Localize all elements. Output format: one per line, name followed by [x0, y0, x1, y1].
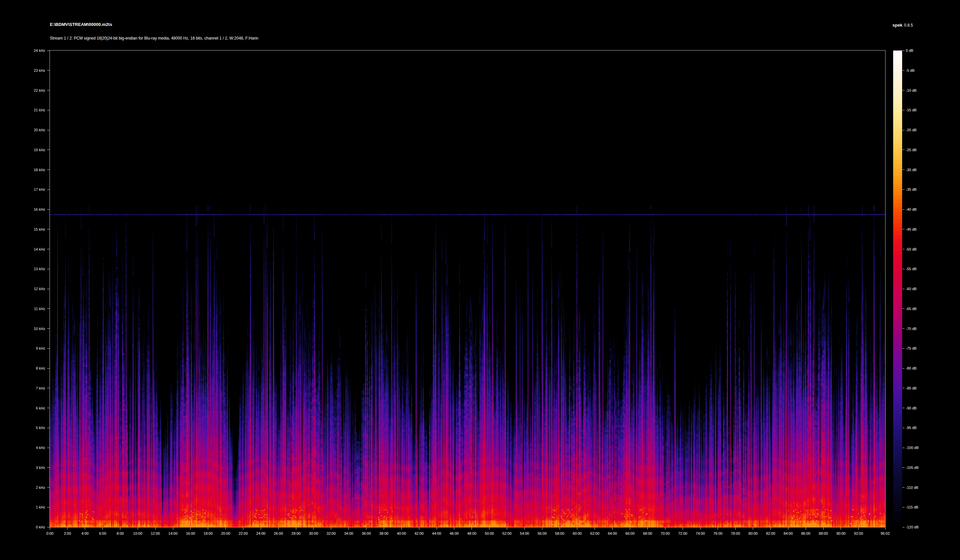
freq-tick-label: 0 kHz: [19, 525, 45, 530]
db-tick-label: -65 dB: [906, 306, 936, 311]
freq-tick: [47, 348, 50, 349]
freq-tick: [47, 229, 50, 229]
db-tick: [902, 51, 904, 51]
time-tick: [296, 527, 296, 530]
file-path-title: E:\BDMV\STREAM\00000.m2ts: [50, 22, 112, 27]
freq-tick-label: 14 kHz: [19, 247, 45, 252]
freq-tick-label: 22 kHz: [19, 88, 45, 93]
time-tick: [190, 527, 190, 530]
db-tick-label: -35 dB: [906, 187, 936, 192]
freq-tick-label: 7 kHz: [19, 386, 45, 391]
time-tick: [753, 527, 753, 530]
time-tick: [366, 527, 366, 530]
freq-tick: [47, 388, 50, 388]
freq-tick-label: 21 kHz: [19, 108, 45, 112]
db-tick: [902, 70, 904, 70]
db-tick: [902, 150, 904, 150]
db-tick-label: -20 dB: [906, 128, 936, 132]
freq-tick-label: 12 kHz: [19, 287, 45, 291]
db-tick-label: -90 dB: [906, 406, 936, 410]
freq-tick: [47, 51, 50, 51]
db-tick: [902, 388, 904, 388]
time-tick: [243, 527, 243, 530]
freq-tick-label: 20 kHz: [19, 128, 45, 132]
time-tick: [560, 527, 560, 530]
db-tick-label: 0 dB: [906, 48, 936, 53]
db-tick: [902, 467, 904, 467]
db-tick-label: -30 dB: [906, 168, 936, 172]
db-tick: [902, 110, 904, 110]
freq-tick: [47, 269, 50, 269]
freq-tick: [47, 448, 50, 448]
db-tick: [902, 348, 904, 349]
freq-tick-label: 13 kHz: [19, 266, 45, 271]
freq-tick-label: 24 kHz: [19, 48, 45, 53]
freq-tick-label: 5 kHz: [19, 425, 45, 430]
freq-tick-label: 16 kHz: [19, 207, 45, 212]
freq-tick-label: 17 kHz: [19, 187, 45, 192]
freq-tick: [47, 70, 50, 70]
db-tick: [902, 308, 904, 309]
freq-tick-label: 9 kHz: [19, 346, 45, 351]
freq-tick-label: 3 kHz: [19, 465, 45, 470]
time-tick: [630, 527, 630, 530]
db-tick: [902, 507, 904, 507]
freq-tick: [47, 308, 50, 309]
time-tick: [155, 527, 156, 530]
freq-tick: [47, 507, 50, 507]
time-tick: [806, 527, 806, 530]
time-tick: [577, 527, 577, 530]
time-tick: [226, 527, 226, 530]
time-tick: [120, 527, 120, 530]
time-tick-label: 92:00: [848, 531, 869, 536]
freq-tick: [47, 249, 50, 249]
db-tick-label: -50 dB: [906, 247, 936, 252]
db-tick-label: -40 dB: [906, 207, 936, 212]
freq-tick-label: 4 kHz: [19, 445, 45, 450]
db-tick-label: -95 dB: [906, 425, 936, 430]
db-tick-label: -55 dB: [906, 266, 936, 271]
db-tick-label: -85 dB: [906, 386, 936, 391]
db-tick-label: -115 dB: [906, 505, 936, 509]
time-tick: [67, 527, 67, 530]
db-tick-label: -70 dB: [906, 326, 936, 331]
time-tick: [542, 527, 542, 530]
db-tick-label: -110 dB: [906, 485, 936, 490]
freq-tick: [47, 169, 50, 170]
db-tick-label: -60 dB: [906, 287, 936, 291]
db-tick: [902, 169, 904, 170]
time-tick: [770, 527, 771, 530]
db-tick: [902, 209, 904, 210]
time-tick: [173, 527, 173, 530]
time-tick: [138, 527, 138, 530]
db-tick: [902, 408, 904, 408]
freq-tick-label: 23 kHz: [19, 68, 45, 73]
time-tick: [735, 527, 736, 530]
freq-tick-label: 11 kHz: [19, 306, 45, 311]
time-tick: [349, 527, 349, 530]
freq-tick: [47, 289, 50, 289]
freq-tick: [47, 408, 50, 408]
time-tick: [858, 527, 859, 530]
freq-tick-label: 6 kHz: [19, 406, 45, 410]
time-tick: [261, 527, 261, 530]
time-tick: [718, 527, 718, 530]
time-tick: [700, 527, 701, 530]
freq-tick-label: 2 kHz: [19, 485, 45, 490]
time-tick: [384, 527, 384, 530]
db-tick-label: -5 dB: [906, 68, 936, 73]
time-tick: [841, 527, 841, 530]
freq-tick-label: 15 kHz: [19, 227, 45, 231]
db-tick: [902, 487, 904, 488]
db-tick-label: -15 dB: [906, 108, 936, 112]
db-tick-label: -25 dB: [906, 148, 936, 152]
freq-tick: [47, 368, 50, 369]
freq-tick-label: 8 kHz: [19, 366, 45, 370]
time-tick: [489, 527, 490, 530]
time-tick: [454, 527, 454, 530]
db-tick: [902, 368, 904, 369]
db-tick-label: -105 dB: [906, 465, 936, 470]
db-tick: [902, 130, 904, 130]
db-tick: [902, 448, 904, 448]
freq-tick-label: 19 kHz: [19, 148, 45, 152]
